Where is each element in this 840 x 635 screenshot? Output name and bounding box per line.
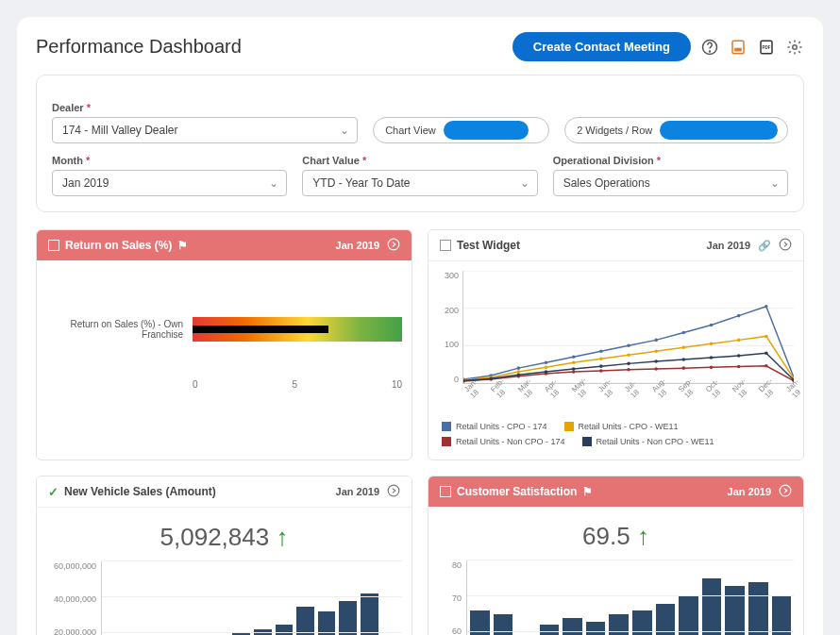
export-orange-icon[interactable] [729,38,748,57]
chevron-down-icon: ⌄ [770,176,780,190]
bullet-axis: 0510 [193,379,402,390]
chart-value-filter: Chart Value * YTD - Year To Date ⌄ [302,155,537,196]
widget-body: 3002001000 Jan-18Feb-18Mar-18Apr-18May-1… [428,261,803,460]
svg-point-23 [737,314,741,318]
svg-point-55 [545,370,548,374]
flag-icon[interactable]: ⚑ [582,485,593,498]
legend-item: Retail Units - Non CPO - 174 [456,437,565,446]
widget-period: Jan 2019 [728,486,771,497]
widget-customer-satisfaction: Customer Satisfaction ⚑ Jan 2019 69.5 ↑ … [428,476,804,635]
expand-icon[interactable] [779,238,792,253]
chart-value-label: Chart Value * [302,155,537,166]
widget-checkbox[interactable] [440,486,451,497]
svg-point-63 [764,351,768,355]
gear-icon[interactable] [785,38,804,57]
op-division-filter: Operational Division * Sales Operations … [553,155,788,196]
svg-rect-3 [734,47,742,51]
month-select[interactable]: Jan 2019 ⌄ [52,170,287,196]
dealer-select[interactable]: 174 - Mill Valley Dealer ⌄ [52,117,358,143]
bullet-label: Return on Sales (%) - Own Franchise [46,319,183,340]
bar-y-axis: 60,000,00040,000,00020,000,0000 [46,561,101,635]
svg-point-35 [710,343,714,346]
svg-point-34 [682,346,686,350]
export-pdf-icon[interactable]: PDF [757,38,776,57]
link-icon[interactable]: 🔗 [758,240,771,252]
svg-point-29 [545,366,548,370]
svg-point-20 [654,339,658,343]
bar-y-axis: 80706050 [438,560,466,635]
toggle-knob [660,121,778,140]
legend-item: Retail Units - CPO - 174 [456,422,547,431]
svg-point-33 [654,349,658,353]
chart-view-label: Chart View [385,125,436,136]
flag-icon[interactable]: ⚑ [177,239,188,252]
svg-point-19 [627,344,630,348]
svg-point-15 [517,366,521,370]
chart-value-select[interactable]: YTD - Year To Date ⌄ [302,170,537,196]
widget-title: New Vehicle Sales (Amount) [64,485,216,498]
svg-point-32 [627,353,630,357]
op-division-select[interactable]: Sales Operations ⌄ [553,170,788,196]
widget-header: Customer Satisfaction ⚑ Jan 2019 [428,476,803,507]
metric-value: 5,092,843 ↑ [46,523,402,552]
svg-point-48 [710,366,714,370]
svg-point-36 [737,339,741,343]
svg-point-57 [599,364,603,368]
checkmark-icon: ✓ [48,485,59,499]
widgets-per-row-toggle[interactable]: 2 Widgets / Row [564,117,788,143]
widget-period: Jan 2019 [707,240,750,251]
dashboard-card: Performance Dashboard Create Contact Mee… [17,17,823,635]
svg-point-56 [572,367,576,371]
widget-period: Jan 2019 [336,240,379,251]
svg-point-62 [737,354,741,358]
svg-point-60 [682,358,686,361]
month-filter: Month * Jan 2019 ⌄ [52,155,287,196]
svg-point-31 [599,357,603,360]
svg-point-49 [737,365,741,369]
svg-rect-2 [732,41,744,54]
svg-point-58 [627,362,630,366]
bullet-chart [193,317,402,342]
widget-body: Return on Sales (%) - Own Franchise 0510 [37,260,412,460]
expand-icon[interactable] [387,484,400,499]
trend-up-icon: ↑ [637,522,649,550]
chart-view-toggle[interactable]: Chart View [373,117,549,143]
expand-icon[interactable] [779,484,792,499]
chevron-down-icon: ⌄ [269,176,278,190]
widget-checkbox[interactable] [440,240,451,251]
svg-point-24 [764,305,768,309]
svg-point-6 [793,44,798,49]
widget-header: ✓ New Vehicle Sales (Amount) Jan 2019 [37,476,412,508]
widget-body: 69.5 ↑ 80706050 Jan-18Mar-18May-18Jul-18… [428,507,803,635]
chevron-down-icon: ⌄ [340,124,349,137]
svg-point-22 [710,324,714,327]
dealer-value: 174 - Mill Valley Dealer [62,124,178,137]
widget-title: Customer Satisfaction [457,485,577,498]
line-y-axis: 3002001000 [438,271,462,384]
legend-item: Retail Units - Non CPO - WE11 [596,437,714,446]
top-actions: Create Contact Meeting PDF [512,32,804,61]
top-bar: Performance Dashboard Create Contact Mee… [36,32,804,61]
filters-panel: Dealer * 174 - Mill Valley Dealer ⌄ Char… [36,75,804,212]
svg-point-66 [780,485,791,496]
expand-icon[interactable] [387,238,400,253]
widget-body: 5,092,843 ↑ 60,000,00040,000,00020,000,0… [37,508,412,635]
chart-value-value: YTD - Year To Date [312,176,410,190]
line-chart [462,271,794,384]
widget-title: Return on Sales (%) [65,239,172,252]
widget-test: Test Widget Jan 2019 🔗 3002001000 Jan-18… [428,229,804,460]
trend-up-icon: ↑ [276,523,288,551]
svg-point-7 [388,239,399,250]
svg-point-17 [572,355,576,359]
svg-point-53 [489,376,493,380]
widgets-per-row-label: 2 Widgets / Row [577,125,652,136]
svg-text:PDF: PDF [763,45,771,50]
svg-point-46 [654,367,658,371]
help-icon[interactable] [700,38,719,57]
svg-point-30 [572,360,576,364]
op-division-label: Operational Division * [553,155,788,166]
svg-point-21 [682,331,686,335]
widget-title: Test Widget [457,239,520,252]
widget-checkbox[interactable] [48,240,59,251]
create-contact-meeting-button[interactable]: Create Contact Meeting [512,32,691,61]
